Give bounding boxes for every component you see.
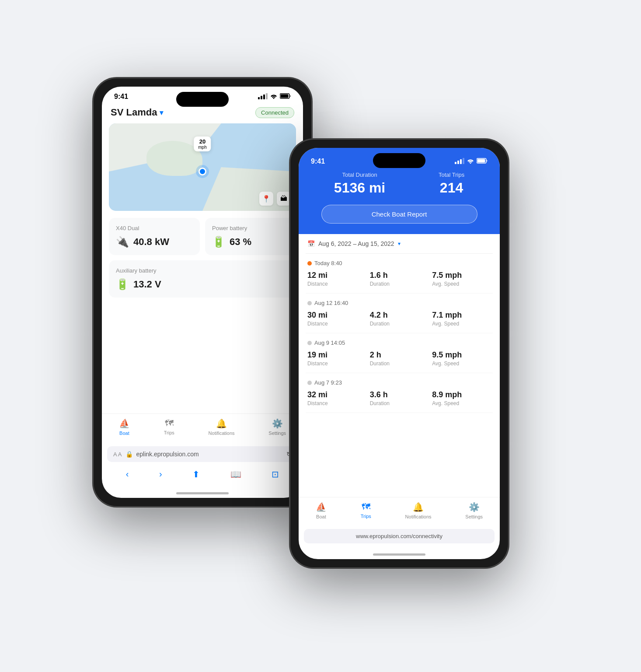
- trip-1-duration: 1.6 h Duration: [370, 271, 429, 287]
- scene: 9:41: [80, 52, 561, 620]
- trip-3-date-row: Aug 9 14:05: [307, 340, 491, 346]
- stat-aux-label: Auxiliary battery: [116, 267, 289, 274]
- trip-1-speed: 7.5 mph Avg. Speed: [432, 271, 491, 287]
- nav-trips-1[interactable]: 🗺 Trips: [164, 418, 174, 436]
- stat-x40-value: 40.8 kW: [133, 236, 169, 248]
- trip-1-date-row: Today 8:40: [307, 260, 491, 266]
- map-view[interactable]: 20 mph 📍 🏔: [109, 123, 296, 211]
- phone-1-screen: 9:41: [102, 87, 303, 498]
- speed-badge: 20 mph: [194, 136, 211, 151]
- nav-boat-label-2: Boat: [316, 514, 326, 519]
- p2-summary-stats: Total Duration 5136 mi Total Trips 214: [307, 172, 491, 196]
- wifi-icon-2: [467, 158, 474, 165]
- browser-controls-1: ‹ › ⬆ 📖 ⊡: [102, 466, 303, 485]
- nav-boat-2[interactable]: ⛵ Boat: [316, 502, 327, 519]
- signal-icon-2: [455, 158, 464, 165]
- stat-card-aux: Auxiliary battery 🔋 13.2 V: [109, 260, 296, 298]
- stat-card-x40: X40 Dual 🔌 40.8 kW: [109, 218, 200, 255]
- back-btn-1[interactable]: ‹: [126, 469, 129, 480]
- stats-grid: X40 Dual 🔌 40.8 kW Power battery 🔋 63 %: [102, 211, 303, 304]
- browser-url-1: eplink.epropulsion.com: [136, 451, 283, 458]
- trip-item-2[interactable]: Aug 12 16:40 30 mi Distance 4.2 h Durati…: [306, 294, 493, 333]
- trip-1-date: Today 8:40: [314, 260, 342, 266]
- date-range-text: Aug 6, 2022 – Aug 15, 2022: [318, 240, 394, 247]
- trip-4-duration: 3.6 h Duration: [370, 390, 429, 406]
- bookmarks-btn-1[interactable]: 📖: [230, 469, 241, 480]
- trip-item-4[interactable]: Aug 7 9:23 32 mi Distance 3.6 h Duration: [306, 373, 493, 413]
- tabs-btn-1[interactable]: ⊡: [272, 469, 279, 480]
- signal-icon-1: [258, 93, 268, 101]
- boat-nav-icon-1: ⛵: [119, 418, 130, 429]
- nav-notifications-2[interactable]: 🔔 Notifications: [405, 502, 432, 519]
- dynamic-island-1: [176, 92, 229, 107]
- wifi-icon-1: [270, 94, 277, 100]
- stat-power-value-row: 🔋 63 %: [212, 236, 289, 248]
- nav-settings-2[interactable]: ⚙️ Settings: [465, 502, 483, 519]
- nav-notifications-1[interactable]: 🔔 Notifications: [209, 418, 235, 436]
- trip-2-metrics: 30 mi Distance 4.2 h Duration 7.1 mph Av…: [307, 311, 491, 327]
- forward-btn-1[interactable]: ›: [159, 469, 162, 480]
- trip-item-1[interactable]: Today 8:40 12 mi Distance 1.6 h Duration: [306, 254, 493, 294]
- nav-trips-2[interactable]: 🗺 Trips: [361, 502, 371, 519]
- settings-nav-icon-1: ⚙️: [272, 418, 283, 429]
- boat-nav-icon-2: ⛵: [316, 502, 327, 512]
- nav-settings-label-1: Settings: [268, 430, 286, 436]
- stat-aux-value-row: 🔋 13.2 V: [116, 278, 289, 290]
- status-time-1: 9:41: [114, 93, 128, 101]
- browser-url-2: www.epropulsion.com/connectivity: [356, 533, 442, 539]
- share-btn-1[interactable]: ⬆: [192, 469, 200, 480]
- date-filter[interactable]: 📅 Aug 6, 2022 – Aug 15, 2022 ▾: [306, 234, 493, 254]
- status-icons-2: [455, 158, 488, 165]
- phone-1: 9:41: [93, 78, 312, 507]
- check-boat-report-button[interactable]: Check Boat Report: [321, 205, 477, 224]
- font-size-icon-1: A A: [113, 451, 122, 458]
- trip-3-date: Aug 9 14:05: [314, 340, 345, 346]
- trip-item-3[interactable]: Aug 9 14:05 19 mi Distance 2 h Duration: [306, 333, 493, 373]
- total-duration-value: 5136 mi: [334, 180, 385, 196]
- home-indicator-2: [299, 546, 500, 559]
- boat-name-display[interactable]: SV Lamda ▾: [111, 107, 163, 118]
- browser-bar-1[interactable]: A A 🔒 eplink.epropulsion.com ↻: [107, 446, 298, 462]
- nav-boat-label-1: Boat: [119, 430, 129, 436]
- nav-boat-1[interactable]: ⛵ Boat: [119, 418, 130, 436]
- dynamic-island-2: [373, 153, 425, 168]
- trip-2-duration: 4.2 h Duration: [370, 311, 429, 327]
- motor-icon: 🔌: [116, 236, 129, 248]
- stat-power-value: 63 %: [230, 236, 251, 248]
- svg-rect-3: [477, 159, 485, 163]
- trip-4-speed: 8.9 mph Avg. Speed: [432, 390, 491, 406]
- trip-3-duration: 2 h Duration: [370, 350, 429, 367]
- stat-x40-label: X40 Dual: [116, 225, 193, 231]
- total-trips-stat: Total Trips 214: [439, 172, 464, 196]
- trip-2-distance: 30 mi Distance: [307, 311, 366, 327]
- phone-2: 9:41: [290, 139, 509, 568]
- bottom-nav-2: ⛵ Boat 🗺 Trips 🔔 Notifications ⚙️: [299, 497, 500, 559]
- notifications-nav-icon-2: 🔔: [413, 502, 424, 512]
- status-icons-1: [258, 93, 291, 101]
- settings-nav-icon-2: ⚙️: [469, 502, 480, 512]
- speed-value: 20: [198, 138, 206, 145]
- trip-2-date-row: Aug 12 16:40: [307, 300, 491, 306]
- trip-4-metrics: 32 mi Distance 3.6 h Duration 8.9 mph Av…: [307, 390, 491, 406]
- boat-name-chevron-icon: ▾: [160, 108, 163, 117]
- total-duration-label: Total Duration: [334, 172, 385, 178]
- map-controls: 📍 🏔: [259, 192, 291, 206]
- phone-2-screen: 9:41: [299, 148, 500, 559]
- total-trips-label: Total Trips: [439, 172, 464, 178]
- lock-icon-1: 🔒: [125, 451, 133, 458]
- connected-badge: Connected: [255, 107, 294, 118]
- map-pin-icon[interactable]: 📍: [259, 192, 273, 206]
- battery-icon-1: [280, 93, 291, 100]
- trip-4-date-row: Aug 7 9:23: [307, 379, 491, 386]
- trip-3-speed: 9.5 mph Avg. Speed: [432, 350, 491, 367]
- trip-1-distance: 12 mi Distance: [307, 271, 366, 287]
- stat-power-label: Power battery: [212, 225, 289, 231]
- trip-1-metrics: 12 mi Distance 1.6 h Duration 7.5 mph Av…: [307, 271, 491, 287]
- trip-3-dot: [307, 341, 312, 345]
- nav-notifications-label-2: Notifications: [405, 514, 432, 519]
- map-terrain-icon[interactable]: 🏔: [277, 192, 291, 206]
- notifications-nav-icon-1: 🔔: [216, 418, 227, 429]
- nav-settings-1[interactable]: ⚙️ Settings: [268, 418, 286, 436]
- browser-bar-2[interactable]: www.epropulsion.com/connectivity: [304, 529, 495, 543]
- boat-location-dot: [199, 168, 206, 175]
